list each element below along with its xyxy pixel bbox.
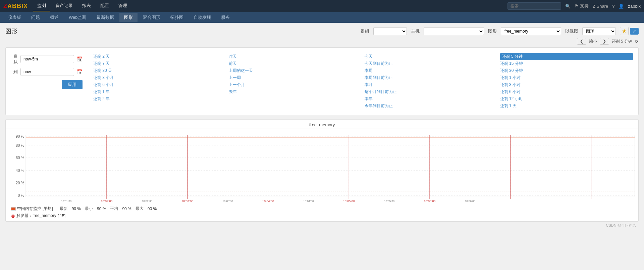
trigger-value: [ 15] <box>58 214 65 218</box>
quick-link-6hours[interactable]: 还剩 6 小时 <box>500 88 633 95</box>
svg-text:10:04:30: 10:04:30 <box>303 199 314 203</box>
time-next-button[interactable]: ❯ <box>600 38 609 45</box>
view-label: 以视图 <box>565 28 578 34</box>
quick-link-yesterday[interactable]: 昨天 <box>229 53 362 60</box>
nav-web[interactable]: Web监测 <box>64 13 91 22</box>
help-icon[interactable]: ? <box>612 4 614 9</box>
nav-aggregate[interactable]: 聚合图形 <box>138 13 165 22</box>
svg-text:10:06:00: 10:06:00 <box>465 199 475 203</box>
nav-item-assets[interactable]: 资产记录 <box>51 1 77 11</box>
support-link[interactable]: ⚑ 支持 <box>575 3 589 9</box>
nav-overview[interactable]: 概述 <box>45 13 63 22</box>
svg-text:10:03:30: 10:03:30 <box>223 199 233 203</box>
username: zabbix <box>628 4 641 9</box>
from-calendar-icon[interactable]: 📅 <box>77 56 83 62</box>
legend-col-min: 最小 <box>85 206 93 212</box>
quick-link-2days[interactable]: 还剩 2 天 <box>93 53 226 60</box>
nav-item-admin[interactable]: 管理 <box>114 1 131 11</box>
legend-val-max: 90 % <box>148 207 157 211</box>
view-select[interactable]: 图形 <box>582 27 616 35</box>
refresh-icon[interactable]: ⟳ <box>635 39 639 44</box>
quick-links-col3: 今天 今天到目前为止 本周 本周到目前为止 本月 这个月到目前为止 本年 今年到… <box>365 53 497 109</box>
quick-link-today[interactable]: 今天 <box>365 53 497 60</box>
nav-topology[interactable]: 拓扑图 <box>166 13 188 22</box>
nav-graphs[interactable]: 图形 <box>119 13 138 22</box>
nav-item-config[interactable]: 配置 <box>96 1 113 11</box>
from-input[interactable] <box>20 55 74 63</box>
legend-series-label: 空闲内存监控 <box>17 206 41 212</box>
apply-button[interactable]: 应用 <box>62 80 83 89</box>
time-controls: 自从 📅 到 📅 应用 还剩 2 天 还剩 7 天 <box>11 53 633 109</box>
time-picker-panel: 自从 📅 到 📅 应用 还剩 2 天 还剩 7 天 <box>5 47 639 115</box>
quick-link-last-month[interactable]: 上一个月 <box>229 81 362 88</box>
search-input[interactable] <box>507 2 561 10</box>
search-icon[interactable]: 🔍 <box>565 4 571 9</box>
svg-text:90 %: 90 % <box>16 134 24 139</box>
svg-text:40 %: 40 % <box>16 168 24 173</box>
quick-link-this-week[interactable]: 本周 <box>365 67 497 74</box>
quick-link-last-year[interactable]: 去年 <box>229 88 362 95</box>
group-label: 群组 <box>361 28 369 34</box>
svg-text:10:02:30: 10:02:30 <box>142 199 152 203</box>
svg-text:10:02:00: 10:02:00 <box>101 199 112 203</box>
quick-link-6months[interactable]: 还剩 6 个月 <box>93 81 226 88</box>
nav-problems[interactable]: 问题 <box>26 13 45 22</box>
share-link[interactable]: Z Share <box>593 4 608 9</box>
quick-link-7days[interactable]: 还剩 7 天 <box>93 60 226 67</box>
quick-link-30days[interactable]: 还剩 30 天 <box>93 67 226 74</box>
to-calendar-icon[interactable]: 📅 <box>77 69 83 75</box>
legend-val-avg: 90 % <box>122 207 131 211</box>
graph-title: free_memory <box>309 122 335 127</box>
svg-text:10:04:00: 10:04:00 <box>262 199 274 203</box>
quick-link-5min[interactable]: 还剩 5 分钟 <box>500 53 633 60</box>
group-select[interactable] <box>373 27 407 35</box>
time-prev-button[interactable]: ❮ <box>577 38 586 45</box>
to-input[interactable] <box>20 68 74 76</box>
nav-services[interactable]: 服务 <box>216 13 234 22</box>
quick-link-1year[interactable]: 还剩 1 年 <box>93 88 226 95</box>
quick-link-1hour[interactable]: 还剩 1 小时 <box>500 74 633 81</box>
quick-link-this-year-so-far[interactable]: 今年到目前为止 <box>365 102 497 109</box>
quick-link-this-day-last-week[interactable]: 上周的这一天 <box>229 67 362 74</box>
toolbar-icons: ★ ⤢ <box>620 27 639 35</box>
nav-autodiscovery[interactable]: 自动发现 <box>189 13 216 22</box>
expand-button[interactable]: ⤢ <box>630 28 639 35</box>
top-nav-items: 监测 资产记录 报表 配置 管理 <box>33 1 507 11</box>
quick-links-col2: 昨天 前天 上周的这一天 上一周 上一个月 去年 <box>229 53 362 109</box>
quick-link-this-month[interactable]: 本月 <box>365 81 497 88</box>
quick-link-30min[interactable]: 还剩 30 分钟 <box>500 67 633 74</box>
quick-link-3months[interactable]: 还剩 3 个月 <box>93 74 226 81</box>
svg-text:10:03:00: 10:03:00 <box>181 199 193 203</box>
quick-link-today-so-far[interactable]: 今天到目前为止 <box>365 60 497 67</box>
user-icon[interactable]: 👤 <box>619 4 624 9</box>
trigger-label: 触发器：free_memory <box>16 213 56 219</box>
legend-col-avg: 平均 <box>110 206 118 212</box>
quick-link-this-year[interactable]: 本年 <box>365 95 497 102</box>
quick-link-this-month-so-far[interactable]: 这个月到目前为止 <box>365 88 497 95</box>
time-nav-row: ❮ 缩小 ❯ 还剩 5 分钟 ⟳ <box>5 38 639 45</box>
favorite-button[interactable]: ★ <box>620 27 629 35</box>
quick-link-1day[interactable]: 还剩 1 天 <box>500 102 633 109</box>
quick-link-this-week-so-far[interactable]: 本周到目前为止 <box>365 74 497 81</box>
quick-links: 还剩 2 天 还剩 7 天 还剩 30 天 还剩 3 个月 还剩 6 个月 还剩… <box>93 53 633 109</box>
quick-link-3hours[interactable]: 还剩 3 小时 <box>500 81 633 88</box>
nav-latest-data[interactable]: 最新数据 <box>92 13 119 22</box>
nav-dashboard[interactable]: 仪表板 <box>3 13 26 22</box>
to-label: 到 <box>11 69 18 75</box>
nav-item-monitor[interactable]: 监测 <box>33 1 50 11</box>
quick-link-15min[interactable]: 还剩 15 分钟 <box>500 60 633 67</box>
legend-series-color <box>11 207 16 211</box>
quick-link-last-week[interactable]: 上一周 <box>229 74 362 81</box>
quick-link-2years[interactable]: 还剩 2 年 <box>93 95 226 102</box>
quick-link-day-before[interactable]: 前天 <box>229 60 362 67</box>
nav-item-reports[interactable]: 报表 <box>78 1 95 11</box>
host-select[interactable] <box>424 27 484 35</box>
quick-link-12hours[interactable]: 还剩 12 小时 <box>500 95 633 102</box>
toolbar-row: 图形 群组 主机 图形 free_memory 以视图 图形 ★ ⤢ <box>5 27 639 35</box>
top-navigation: ZABBIX 监测 资产记录 报表 配置 管理 🔍 ⚑ 支持 Z Share ?… <box>0 0 644 12</box>
graph-svg: 90 % 80 % 60 % 40 % 20 % 0 % <box>6 129 638 203</box>
page-title: 图形 <box>5 27 17 35</box>
graph-select[interactable]: free_memory <box>501 27 561 35</box>
svg-text:10:05:30: 10:05:30 <box>384 199 394 203</box>
svg-text:10:05:00: 10:05:00 <box>343 199 355 203</box>
